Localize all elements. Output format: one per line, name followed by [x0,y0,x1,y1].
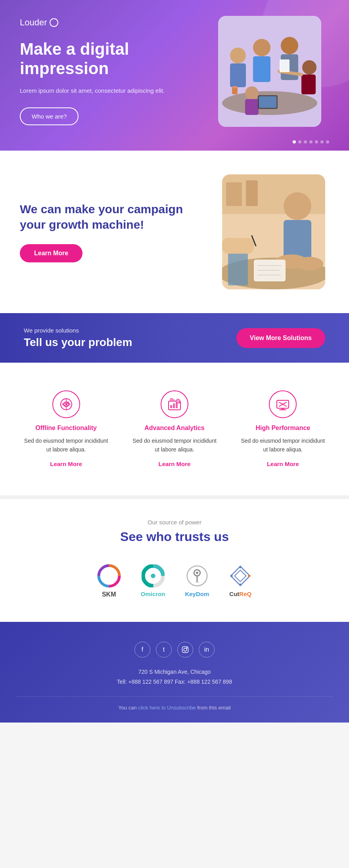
trust-logos-container: SKM Omicron [16,564,333,598]
svg-point-9 [302,60,316,75]
svg-rect-22 [226,182,242,206]
logo-circle-icon [50,18,58,27]
twitter-icon[interactable]: t [156,642,172,658]
social-icons-container: f t in [16,642,333,658]
svg-point-31 [295,257,323,270]
svg-point-28 [284,192,311,220]
footer-unsubscribe: You can click here to Unsubscribe from t… [16,696,333,711]
feature-performance-desc: Sed do eiusmod tempor incididunt ut labo… [239,436,327,454]
solutions-banner: We provide solutions Tell us your proble… [0,313,349,363]
cutreq-logo-icon [229,564,252,587]
svg-rect-42 [173,403,175,408]
hero-photo [218,16,321,127]
campaign-illustration [222,174,325,289]
svg-point-69 [230,575,233,577]
feature-performance: High Performance Sed do eiusmod tempor i… [233,386,333,472]
svg-point-55 [104,570,115,581]
svg-rect-10 [301,75,316,94]
feature-analytics-desc: Sed do eiusmod tempor incididunt ut labo… [130,436,219,454]
dot-4[interactable] [309,140,313,143]
trust-logo-cutreq: CutReQ [229,564,252,597]
svg-marker-64 [231,566,250,585]
svg-rect-29 [284,220,311,260]
svg-rect-41 [170,405,172,408]
analytics-icon [161,390,188,418]
dot-7[interactable] [326,140,329,143]
feature-analytics-title: Advanced Analytics [130,424,219,432]
dot-3[interactable] [304,140,307,143]
svg-point-61 [196,572,198,574]
campaign-photo [222,174,325,289]
unsub-post: from this email [197,705,231,711]
svg-rect-4 [230,63,246,87]
svg-point-58 [151,574,155,578]
req-text: ReQ [239,591,251,597]
trust-logo-keydom: KeyDom [185,564,209,597]
learn-more-button[interactable]: Learn More [20,244,82,262]
feature-offline-title: Offline Functionality [22,424,110,432]
instagram-icon[interactable] [177,642,193,658]
dot-5[interactable] [315,140,318,143]
address-line2: Tell: +888 122 567 897 Fax: +888 122 567… [16,677,333,687]
campaign-section: We can make your campaign your growth ma… [0,151,349,313]
svg-marker-65 [235,570,246,582]
dot-2[interactable] [298,140,301,143]
offline-icon [52,390,80,418]
svg-point-66 [239,566,242,568]
performance-icon [269,390,297,418]
feature-performance-title: High Performance [239,424,327,432]
svg-rect-6 [253,56,270,82]
svg-point-13 [245,86,259,100]
dot-1[interactable] [293,140,296,143]
keydom-logo-icon [186,564,209,587]
linkedin-icon[interactable]: in [199,642,215,658]
svg-point-67 [248,575,251,577]
hero-title: Make a digital impression [20,40,218,78]
footer: f t in 720 S Michigan Ave, Chicago Tell:… [0,622,349,723]
svg-rect-14 [245,99,259,115]
cut-text: Cut [229,591,239,597]
hero-dots [293,140,329,143]
skm-logo-icon [97,564,121,588]
feature-performance-link[interactable]: Learn More [267,461,299,467]
address-line1: 720 S Michigan Ave, Chicago [16,667,333,677]
hero-content: Louder Make a digital impression Lorem i… [20,17,218,125]
view-more-solutions-button[interactable]: View More Solutions [236,328,325,348]
campaign-title: We can make your campaign your growth ma… [20,201,210,232]
svg-point-68 [239,584,242,586]
svg-rect-12 [280,59,290,72]
hero-illustration [218,16,321,127]
svg-point-16 [232,86,238,88]
features-grid: Offline Functionality Sed do eiusmod tem… [16,386,333,472]
who-we-are-button[interactable]: Who we are? [20,107,79,125]
skm-label: SKM [102,591,116,598]
unsubscribe-link[interactable]: click here to Unsubscribe [138,705,196,711]
divider [0,495,349,499]
trust-section: Our source of power See who trusts us SK… [0,499,349,622]
unsub-pre: You can [118,705,137,711]
trust-logo-skm: SKM [97,564,121,598]
feature-offline: Offline Functionality Sed do eiusmod tem… [16,386,116,472]
solutions-title: Tell us your problem [24,336,132,349]
feature-offline-link[interactable]: Learn More [50,461,82,467]
hero-description: Lorem ipsum dolor sit amet, consectetur … [20,86,218,96]
svg-point-72 [186,648,187,648]
svg-point-5 [253,39,270,56]
feature-analytics: Advanced Analytics Sed do eiusmod tempor… [124,386,224,472]
footer-address: 720 S Michigan Ave, Chicago Tell: +888 1… [16,667,333,687]
omicron-label: Omicron [141,591,165,597]
logo: Louder [20,17,218,28]
svg-rect-18 [259,96,276,108]
svg-rect-25 [222,238,254,254]
dot-6[interactable] [320,140,324,143]
cutreq-label: CutReQ [229,591,251,597]
hero-image [218,16,329,127]
facebook-icon[interactable]: f [134,642,150,658]
solutions-subtitle: We provide solutions [24,327,132,334]
solutions-text: We provide solutions Tell us your proble… [24,327,132,349]
feature-analytics-link[interactable]: Learn More [159,461,191,467]
svg-rect-26 [228,254,248,285]
hero-section: Louder Make a digital impression Lorem i… [0,0,349,151]
campaign-image [222,174,329,289]
svg-point-71 [184,648,187,651]
